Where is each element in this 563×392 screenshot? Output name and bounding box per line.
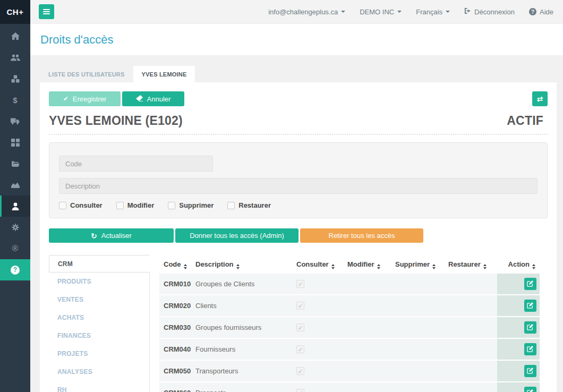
sidebar-item-modules[interactable] <box>0 132 30 153</box>
sidebar-item-help[interactable]: ? <box>0 259 30 280</box>
col-header-supprimer[interactable]: Supprimer <box>391 254 444 272</box>
tab-yves-lemoine[interactable]: YVES LEMOINE <box>133 66 195 82</box>
edit-row-button[interactable] <box>524 278 536 290</box>
cell-modifier <box>343 295 391 316</box>
user-header: YVES LEMOINE (E102) ACTIF <box>49 114 548 135</box>
grid-icon <box>11 139 20 147</box>
app-logo[interactable]: CH+ <box>0 0 30 24</box>
eraser-icon <box>136 95 143 103</box>
cell-restaurer <box>444 317 497 338</box>
edit-icon <box>527 367 534 376</box>
account-menu[interactable]: info@challengeplus.ca <box>268 8 345 16</box>
sidebar-item-analytics[interactable] <box>0 174 30 195</box>
cell-consulter: ✓ <box>292 339 343 360</box>
sort-icon[interactable] <box>331 264 335 269</box>
sidebar-item-home[interactable] <box>0 25 30 47</box>
module-tab-ventes[interactable]: VENTES <box>49 291 149 309</box>
edit-icon <box>527 302 534 310</box>
checkbox-restaurer[interactable]: Restaurer <box>227 201 271 209</box>
sort-icon[interactable] <box>377 264 380 269</box>
tab-liste-des-utilisateurs[interactable]: LISTE DES UTILISATEURS <box>40 66 133 82</box>
account-email: info@challengeplus.ca <box>268 8 338 16</box>
language-menu[interactable]: Français <box>416 8 450 16</box>
cell-supprimer <box>391 317 444 338</box>
company-menu[interactable]: DEMO INC <box>360 8 402 16</box>
cell-action <box>497 361 540 381</box>
module-tab-rh[interactable]: RH <box>49 381 149 392</box>
menu-toggle-button[interactable] <box>39 4 54 19</box>
save-label: Enregistrer <box>73 95 107 103</box>
rights-table-wrap: CodeDescriptionConsulterModifierSupprime… <box>159 253 548 392</box>
cell-supprimer <box>391 295 444 316</box>
module-tab-projets[interactable]: PROJETS <box>49 345 149 363</box>
col-header-description[interactable]: Description <box>191 254 292 272</box>
sort-icon[interactable] <box>236 264 240 269</box>
cell-supprimer <box>391 382 444 392</box>
module-tab-produits[interactable]: PRODUITS <box>49 272 149 291</box>
grant-all-button[interactable]: Donner tous les accès (Admin) <box>175 228 298 243</box>
sort-icon[interactable] <box>532 264 535 269</box>
sidebar-item-products[interactable] <box>0 68 30 89</box>
checkbox-box[interactable] <box>168 202 175 209</box>
edit-row-button[interactable] <box>524 300 536 312</box>
checkbox-label: Restaurer <box>238 201 271 209</box>
sidebar-item-shipping[interactable] <box>0 110 30 132</box>
permission-checkbox-checked[interactable]: ✓ <box>296 280 304 288</box>
row-code: CRM050 <box>159 361 191 381</box>
edit-row-button[interactable] <box>524 387 536 392</box>
sidebar-item-projects[interactable] <box>0 153 30 174</box>
description-input[interactable] <box>59 178 538 194</box>
permission-checkboxes: ConsulterModifierSupprimerRestaurer <box>59 201 538 209</box>
sidebar-item-clients[interactable] <box>0 47 30 68</box>
checkbox-box[interactable] <box>227 202 235 209</box>
chevron-down-icon <box>446 11 450 13</box>
checkbox-supprimer[interactable]: Supprimer <box>168 201 214 209</box>
logout-link[interactable]: Déconnexion <box>464 7 515 16</box>
sort-icon[interactable] <box>184 264 187 269</box>
code-input[interactable] <box>59 156 213 172</box>
module-tab-achats[interactable]: ACHATS <box>49 309 149 327</box>
home-icon <box>11 32 20 40</box>
col-header-code[interactable]: Code <box>159 254 191 272</box>
module-tab-crm[interactable]: CRM <box>49 255 150 272</box>
module-tab-finances[interactable]: FINANCES <box>49 327 149 345</box>
edit-row-button[interactable] <box>524 343 536 355</box>
permission-checkbox-checked[interactable]: ✓ <box>296 345 304 353</box>
revoke-all-button[interactable]: Retirer tous les accès <box>300 228 423 243</box>
cell-action <box>497 382 540 392</box>
exchange-icon: ⇄ <box>537 95 543 103</box>
save-button[interactable]: ✔ Enregistrer <box>49 91 121 106</box>
module-tab-analyses[interactable]: ANALYSES <box>49 363 149 381</box>
transfer-button[interactable]: ⇄ <box>532 91 548 106</box>
checkbox-consulter[interactable]: Consulter <box>59 201 103 209</box>
sidebar-item-access-rights[interactable] <box>0 195 30 217</box>
col-header-restaurer[interactable]: Restaurer <box>444 254 497 272</box>
truck-icon <box>11 117 20 125</box>
edit-row-button[interactable] <box>524 365 536 377</box>
permission-checkbox-checked[interactable]: ✓ <box>296 367 304 375</box>
permission-checkbox-checked[interactable]: ✓ <box>296 389 304 392</box>
sidebar-item-finance[interactable]: $ <box>0 89 30 110</box>
sort-icon[interactable] <box>483 264 487 269</box>
cell-supprimer <box>391 361 444 381</box>
sort-icon[interactable] <box>432 264 436 269</box>
col-header-modifier[interactable]: Modifier <box>343 254 391 272</box>
sidebar-item-trademark[interactable]: ® <box>0 238 30 259</box>
col-header-action[interactable]: Action <box>497 254 540 272</box>
title-band: Droits d'accès <box>30 24 563 55</box>
checkbox-label: Consulter <box>70 201 103 209</box>
row-description: Groupes de Clients <box>191 274 292 294</box>
checkbox-box[interactable] <box>59 202 66 209</box>
permission-checkbox-checked[interactable]: ✓ <box>296 323 304 331</box>
help-link[interactable]: ? Aide <box>529 8 553 16</box>
checkbox-box[interactable] <box>116 202 124 209</box>
checkbox-modifier[interactable]: Modifier <box>116 201 155 209</box>
refresh-button[interactable]: ↻ Actualiser <box>49 228 174 243</box>
edit-row-button[interactable] <box>524 321 536 334</box>
cancel-button[interactable]: Annuler <box>122 91 184 106</box>
sidebar-item-settings[interactable] <box>0 217 30 238</box>
col-header-consulter[interactable]: Consulter <box>292 254 343 272</box>
cell-modifier <box>343 274 391 294</box>
permission-checkbox-checked[interactable]: ✓ <box>296 302 304 310</box>
cell-action <box>497 295 540 316</box>
